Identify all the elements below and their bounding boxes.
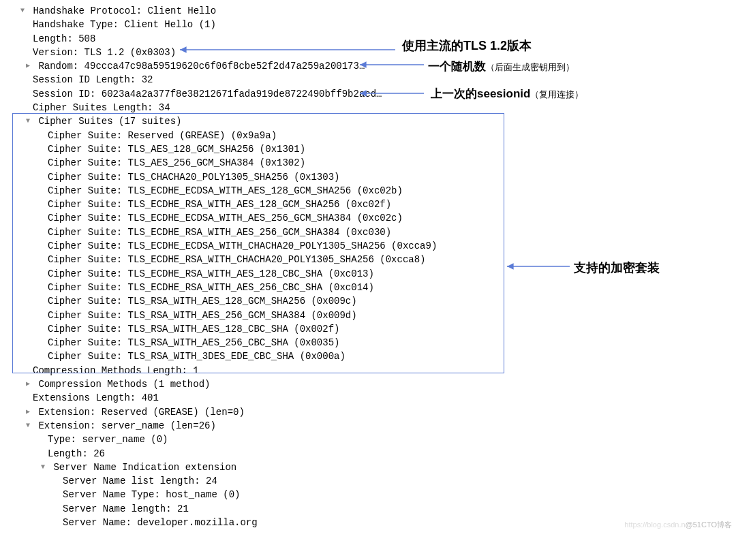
cipher-suite-row[interactable]: Cipher Suite: TLS_ECDHE_ECDSA_WITH_AES_2… xyxy=(5,211,732,225)
cipher-suite-row[interactable]: Cipher Suite: TLS_RSA_WITH_AES_256_GCM_S… xyxy=(5,309,732,322)
label: Cipher Suite: Reserved (GREASE) (0x9a9a) xyxy=(48,130,277,141)
label: Cipher Suite: TLS_RSA_WITH_AES_256_GCM_S… xyxy=(48,310,357,321)
label: Session ID Length: 32 xyxy=(33,74,153,85)
annotation-session-id: 上一次的seesionid（复用连接） xyxy=(431,86,583,103)
cipher-suites-list: Cipher Suite: Reserved (GREASE) (0x9a9a)… xyxy=(5,129,732,364)
tree-row-cipher-suites[interactable]: ▼ Cipher Suites (17 suites) xyxy=(0,114,732,128)
label: Compression Methods Length: 1 xyxy=(33,365,199,376)
label: Cipher Suite: TLS_AES_256_GCM_SHA384 (0x… xyxy=(48,157,305,168)
tree-row-extension-server-name[interactable]: ▼ Extension: server_name (len=26) xyxy=(0,419,732,433)
label: Extension: Reserved (GREASE) (len=0) xyxy=(38,407,244,418)
cipher-suite-row[interactable]: Cipher Suite: TLS_RSA_WITH_AES_256_CBC_S… xyxy=(5,336,732,349)
label: Cipher Suite: TLS_ECDHE_RSA_WITH_AES_256… xyxy=(48,227,391,238)
cipher-suite-row[interactable]: Cipher Suite: TLS_CHACHA20_POLY1305_SHA2… xyxy=(5,170,732,184)
label: Server Name length: 21 xyxy=(63,503,189,514)
label: Cipher Suite: TLS_ECDHE_RSA_WITH_AES_128… xyxy=(48,268,374,279)
chevron-right-icon: ▶ xyxy=(23,61,33,72)
label: Cipher Suite: TLS_ECDHE_ECDSA_WITH_AES_1… xyxy=(48,185,403,196)
cipher-suite-row[interactable]: Cipher Suite: TLS_ECDHE_ECDSA_WITH_AES_1… xyxy=(5,184,732,198)
cipher-suite-row[interactable]: Cipher Suite: Reserved (GREASE) (0x9a9a) xyxy=(5,129,732,142)
label: Cipher Suite: TLS_AES_128_GCM_SHA256 (0x… xyxy=(48,144,305,155)
tree-row-version[interactable]: Version: TLS 1.2 (0x0303) xyxy=(5,46,732,59)
tree-row-length[interactable]: Length: 508 xyxy=(5,32,732,46)
label: Extensions Length: 401 xyxy=(33,392,159,403)
cipher-suite-row[interactable]: Cipher Suite: TLS_AES_128_GCM_SHA256 (0x… xyxy=(5,142,732,156)
label: Session ID: 6023a4a2a377f8e38212671fada9… xyxy=(33,89,382,99)
label: Cipher Suite: TLS_RSA_WITH_AES_128_GCM_S… xyxy=(48,296,357,307)
label: Compression Methods (1 method) xyxy=(38,379,210,390)
chevron-down-icon: ▼ xyxy=(38,463,48,473)
label: Version: TLS 1.2 (0x0303) xyxy=(33,47,176,58)
label: Cipher Suite: TLS_ECDHE_RSA_WITH_AES_256… xyxy=(48,282,374,293)
tree-row-server-name[interactable]: Server Name: developer.mozilla.org xyxy=(5,516,732,529)
label: Cipher Suite: TLS_ECDHE_ECDSA_WITH_CHACH… xyxy=(48,240,437,251)
tree-row-handshake-protocol[interactable]: ▼ Handshake Protocol: Client Hello xyxy=(5,4,732,18)
chevron-right-icon: ▶ xyxy=(23,407,33,418)
label: Server Name Type: host_name (0) xyxy=(63,489,240,500)
chevron-right-icon: ▶ xyxy=(23,379,33,390)
tree-row-sni-type[interactable]: Type: server_name (0) xyxy=(5,433,732,446)
tree-row-compression-methods[interactable]: ▶ Compression Methods (1 method) xyxy=(0,377,732,391)
annotation-random: 一个随机数（后面生成密钥用到） xyxy=(428,59,574,76)
label: Length: 26 xyxy=(48,448,105,459)
label: Cipher Suite: TLS_RSA_WITH_AES_256_CBC_S… xyxy=(48,337,339,348)
label: Cipher Suite: TLS_ECDHE_RSA_WITH_CHACHA2… xyxy=(48,254,426,265)
label: Cipher Suite: TLS_ECDHE_RSA_WITH_AES_128… xyxy=(48,199,391,210)
label: Extension: server_name (len=26) xyxy=(38,420,215,431)
cipher-suite-row[interactable]: Cipher Suite: TLS_AES_256_GCM_SHA384 (0x… xyxy=(5,156,732,170)
chevron-down-icon: ▼ xyxy=(23,421,33,431)
tree-row-server-name-length[interactable]: Server Name length: 21 xyxy=(5,502,732,516)
label: Handshake Protocol: Client Hello xyxy=(33,5,216,16)
tree-row-handshake-type[interactable]: Handshake Type: Client Hello (1) xyxy=(5,18,732,31)
tree-row-extension-grease[interactable]: ▶ Extension: Reserved (GREASE) (len=0) xyxy=(0,405,732,419)
label: Cipher Suite: TLS_ECDHE_ECDSA_WITH_AES_2… xyxy=(48,213,403,223)
tree-row-compression-methods-length[interactable]: Compression Methods Length: 1 xyxy=(5,364,732,377)
watermark: https://blog.csdn.n@51CTO博客 xyxy=(624,520,732,531)
label: Server Name: developer.mozilla.org xyxy=(63,517,258,528)
label: Cipher Suites (17 suites) xyxy=(38,116,181,127)
tree-row-session-id[interactable]: Session ID: 6023a4a2a377f8e38212671fada9… xyxy=(5,87,732,101)
label: Length: 508 xyxy=(33,33,95,44)
tree-row-sni-length[interactable]: Length: 26 xyxy=(5,447,732,461)
cipher-suite-row[interactable]: Cipher Suite: TLS_ECDHE_RSA_WITH_AES_256… xyxy=(5,225,732,239)
label: Server Name list length: 24 xyxy=(63,476,217,486)
tree-row-random[interactable]: ▶ Random: 49ccca47c98a59519620c6f06f8cbe… xyxy=(0,59,732,73)
cipher-suite-row[interactable]: Cipher Suite: TLS_RSA_WITH_AES_128_CBC_S… xyxy=(5,322,732,336)
cipher-suite-row[interactable]: Cipher Suite: TLS_RSA_WITH_3DES_EDE_CBC_… xyxy=(5,349,732,363)
cipher-suite-row[interactable]: Cipher Suite: TLS_RSA_WITH_AES_128_GCM_S… xyxy=(5,294,732,308)
tree-row-extensions-length[interactable]: Extensions Length: 401 xyxy=(5,391,732,405)
label: Server Name Indication extension xyxy=(53,462,236,473)
cipher-suite-row[interactable]: Cipher Suite: TLS_ECDHE_RSA_WITH_AES_256… xyxy=(5,281,732,294)
tree-row-session-id-length[interactable]: Session ID Length: 32 xyxy=(5,73,732,87)
chevron-down-icon: ▼ xyxy=(23,116,33,127)
label: Type: server_name (0) xyxy=(48,434,168,445)
label: Cipher Suites Length: 34 xyxy=(33,102,170,113)
chevron-down-icon: ▼ xyxy=(18,6,27,16)
label: Cipher Suite: TLS_RSA_WITH_AES_128_CBC_S… xyxy=(48,324,339,335)
tree-row-sni-extension[interactable]: ▼ Server Name Indication extension xyxy=(0,461,732,474)
annotation-tls-version: 使用主流的TLS 1.2版本 xyxy=(402,37,532,55)
label: Handshake Type: Client Hello (1) xyxy=(33,19,216,30)
cipher-suite-row[interactable]: Cipher Suite: TLS_ECDHE_RSA_WITH_AES_128… xyxy=(5,198,732,211)
label: Random: 49ccca47c98a59519620c6f06f8cbe52… xyxy=(38,61,365,72)
tree-row-server-name-list-length[interactable]: Server Name list length: 24 xyxy=(5,474,732,488)
label: Cipher Suite: TLS_RSA_WITH_3DES_EDE_CBC_… xyxy=(48,351,346,362)
annotation-cipher-suites: 支持的加密套装 xyxy=(574,259,660,277)
label: Cipher Suite: TLS_CHACHA20_POLY1305_SHA2… xyxy=(48,172,339,183)
cipher-suite-row[interactable]: Cipher Suite: TLS_ECDHE_ECDSA_WITH_CHACH… xyxy=(5,239,732,253)
tree-row-cipher-suites-length[interactable]: Cipher Suites Length: 34 xyxy=(5,101,732,114)
tree-row-server-name-type[interactable]: Server Name Type: host_name (0) xyxy=(5,488,732,501)
